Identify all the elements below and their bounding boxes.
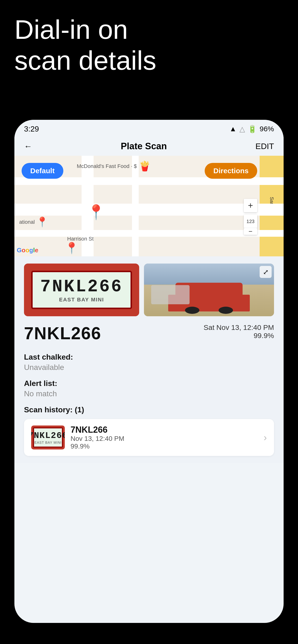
hero-title: Dial-in on scan details bbox=[14, 14, 163, 76]
google-logo: Google bbox=[17, 246, 38, 254]
back-button[interactable]: ← bbox=[24, 142, 32, 151]
history-date: Nov 13, 12:40 PM bbox=[71, 435, 258, 442]
history-thumb: 7NKL266 EAST BAY MINI bbox=[31, 426, 65, 450]
harrison-label: Harrison St bbox=[67, 236, 94, 242]
last-chalked-row: Last chalked: Unavailable bbox=[24, 353, 274, 372]
history-card[interactable]: 7NKL266 EAST BAY MINI 7NKL266 Nov 13, 12… bbox=[24, 419, 274, 456]
mcdonalds-label: McDonald's Fast Food · $ 🍟 bbox=[77, 160, 151, 172]
photo-expand-button[interactable]: ⤢ bbox=[260, 266, 272, 278]
plate-subtitle-display: EAST BAY MINI bbox=[59, 296, 104, 303]
road-h2 bbox=[14, 204, 284, 216]
scan-date: Sat Nov 13, 12:40 PM bbox=[204, 324, 274, 332]
battery-percentage: 96% bbox=[260, 125, 274, 133]
back-arrow-icon: ← bbox=[24, 142, 32, 151]
location-pin-icon: 📍 bbox=[87, 204, 105, 221]
scan-history-label: Scan history: (1) bbox=[24, 406, 274, 414]
scan-info: Sat Nov 13, 12:40 PM 99.9% bbox=[204, 324, 274, 340]
history-plate-number-text: 7NKL266 bbox=[71, 425, 258, 435]
map-zoom-out-button[interactable]: − bbox=[244, 228, 257, 235]
phone-mockup: 3:29 ▲ △ 🔋 96% ← Plate Scan EDIT San Pab bbox=[14, 120, 284, 623]
status-bar: 3:29 ▲ △ 🔋 96% bbox=[14, 120, 284, 136]
plate-photo[interactable]: 7NKL266 EAST BAY MINI bbox=[24, 264, 139, 316]
history-info: 7NKL266 Nov 13, 12:40 PM 99.9% bbox=[71, 425, 258, 450]
edit-button[interactable]: EDIT bbox=[255, 142, 274, 151]
directions-button[interactable]: Directions bbox=[205, 163, 257, 179]
history-plate-sub: EAST BAY MINI bbox=[34, 440, 61, 444]
mcdonalds-icon: 🍟 bbox=[139, 160, 151, 172]
plate-number-row: 7NKL266 Sat Nov 13, 12:40 PM 99.9% bbox=[24, 324, 274, 343]
alert-list-label: Alert list: bbox=[24, 379, 274, 388]
plate-number-display: 7NKL266 bbox=[40, 277, 123, 296]
wifi-icon: ▲ bbox=[229, 125, 237, 133]
history-confidence: 99.9% bbox=[71, 442, 258, 450]
status-time: 3:29 bbox=[24, 124, 39, 134]
top-bar: ← Plate Scan EDIT bbox=[14, 136, 284, 156]
national-text: ational bbox=[19, 219, 35, 225]
national-pin-icon: 📍 bbox=[36, 216, 48, 228]
battery-icon: 🔋 bbox=[248, 125, 257, 133]
map-zoom-in-button[interactable]: + bbox=[244, 199, 257, 212]
status-icons: ▲ △ 🔋 96% bbox=[229, 125, 274, 133]
history-plate-number: 7NKL266 bbox=[31, 431, 65, 440]
car-photo[interactable]: ⤢ bbox=[144, 264, 274, 316]
car-scene bbox=[144, 264, 274, 316]
streetview-pin-icon: 📍 bbox=[65, 242, 78, 254]
alert-list-row: Alert list: No match bbox=[24, 379, 274, 398]
history-chevron-icon: › bbox=[264, 432, 267, 443]
national-label: ational 📍 bbox=[19, 216, 48, 228]
plate-display: 7NKL266 EAST BAY MINI bbox=[31, 271, 132, 309]
map-view[interactable]: San Pab McDonald's Fast Food · $ 🍟 ation… bbox=[14, 156, 284, 256]
map-badge: 123 bbox=[244, 215, 257, 228]
last-chalked-value: Unavailable bbox=[24, 363, 274, 372]
photos-row: 7NKL266 EAST BAY MINI ⤢ bbox=[24, 264, 274, 316]
plate-number-large: 7NKL266 bbox=[24, 324, 101, 343]
alert-list-value: No match bbox=[24, 389, 274, 398]
last-chalked-label: Last chalked: bbox=[24, 353, 274, 362]
default-button[interactable]: Default bbox=[22, 163, 63, 179]
content-area: 7NKL266 EAST BAY MINI ⤢ bbox=[14, 256, 284, 463]
road-h3 bbox=[14, 230, 284, 237]
mcdonalds-text: McDonald's Fast Food · $ bbox=[77, 163, 137, 170]
scan-confidence: 99.9% bbox=[204, 332, 274, 340]
signal-icon: △ bbox=[239, 125, 245, 133]
history-plate-inner: 7NKL266 EAST BAY MINI bbox=[33, 428, 63, 448]
page-title: Plate Scan bbox=[121, 141, 167, 152]
